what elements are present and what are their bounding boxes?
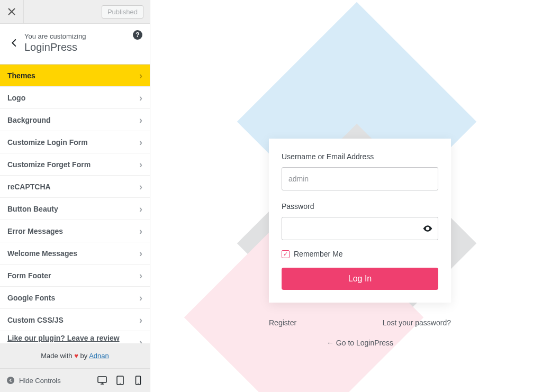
chevron-right-icon: › <box>139 115 142 125</box>
device-mobile-button[interactable] <box>133 375 143 386</box>
section-form-footer[interactable]: Form Footer › <box>0 265 150 287</box>
chevron-right-icon: › <box>139 338 142 344</box>
svg-point-6 <box>427 227 428 229</box>
device-tablet-button[interactable] <box>115 375 125 386</box>
section-welcome-messages[interactable]: Welcome Messages › <box>0 242 150 265</box>
section-label: Customize Login Form <box>7 138 88 147</box>
chevron-right-icon: › <box>139 293 142 303</box>
section-label: Like our plugin? Leave a review here! <box>7 334 139 344</box>
chevron-right-icon: › <box>139 138 142 147</box>
eye-icon <box>422 223 433 234</box>
chevron-right-icon: › <box>139 315 142 325</box>
svg-point-0 <box>7 377 14 384</box>
section-list: Themes › Logo › Background › Customize L… <box>0 65 150 343</box>
chevron-right-icon: › <box>139 204 142 214</box>
login-submit-button[interactable]: Log In <box>282 268 438 290</box>
back-button[interactable] <box>7 30 24 56</box>
customizer-sidebar: Published You are customizing LoginPress… <box>0 0 150 392</box>
panel-header: You are customizing LoginPress ? <box>0 24 150 65</box>
section-label: Welcome Messages <box>7 249 77 258</box>
svg-point-5 <box>138 383 139 384</box>
remember-me-label: Remember Me <box>294 250 343 258</box>
section-label: Form Footer <box>7 271 51 280</box>
remember-me-checkbox[interactable]: ✓ Remember Me <box>282 250 438 258</box>
panel-eyebrow: You are customizing <box>24 32 142 40</box>
desktop-icon <box>97 376 107 385</box>
section-label: Customize Forget Form <box>7 160 91 169</box>
section-label: Logo <box>7 94 25 102</box>
help-icon[interactable]: ? <box>133 30 142 40</box>
section-error-messages[interactable]: Error Messages › <box>0 220 150 242</box>
section-label: Background <box>7 116 51 124</box>
mobile-icon <box>135 376 141 385</box>
close-button[interactable] <box>0 0 24 24</box>
section-custom-css-js[interactable]: Custom CSS/JS › <box>0 309 150 331</box>
hide-controls-button[interactable]: Hide Controls <box>6 376 61 385</box>
login-links-row: Register Lost your password? <box>269 318 451 327</box>
section-customize-login-form[interactable]: Customize Login Form › <box>0 131 150 153</box>
panel-title: LoginPress <box>24 41 142 53</box>
chevron-right-icon: › <box>139 93 142 103</box>
username-input[interactable] <box>282 167 438 190</box>
section-label: Custom CSS/JS <box>7 316 64 324</box>
section-label: Button Beauty <box>7 205 58 213</box>
login-form-card: Username or Email Address Password ✓ Rem… <box>269 139 451 303</box>
section-label: Google Fonts <box>7 294 55 302</box>
section-button-beauty[interactable]: Button Beauty › <box>0 198 150 220</box>
chevron-right-icon: › <box>139 226 142 236</box>
close-icon <box>8 8 15 15</box>
password-label: Password <box>282 202 438 211</box>
goto-site-link[interactable]: ← Go to LoginPress <box>327 339 393 347</box>
checkbox-icon: ✓ <box>282 250 290 258</box>
publish-button[interactable]: Published <box>102 5 143 19</box>
device-desktop-button[interactable] <box>97 375 107 386</box>
chevron-right-icon: › <box>139 249 142 258</box>
section-label: Themes <box>7 71 35 80</box>
section-themes[interactable]: Themes › <box>0 65 150 87</box>
section-background[interactable]: Background › <box>0 109 150 131</box>
chevron-left-icon <box>10 38 19 48</box>
register-link[interactable]: Register <box>269 318 296 327</box>
lost-password-link[interactable]: Lost your password? <box>383 318 451 327</box>
tablet-icon <box>116 376 124 385</box>
svg-rect-1 <box>98 377 106 382</box>
section-logo[interactable]: Logo › <box>0 87 150 109</box>
heart-icon: ♥ <box>74 352 78 360</box>
preview-pane: Username or Email Address Password ✓ Rem… <box>150 0 542 392</box>
section-label: reCAPTCHA <box>7 183 51 191</box>
chevron-right-icon: › <box>139 182 142 192</box>
hide-controls-label: Hide Controls <box>19 377 61 385</box>
chevron-right-icon: › <box>139 271 142 280</box>
section-customize-forget-form[interactable]: Customize Forget Form › <box>0 153 150 176</box>
customizer-topbar: Published <box>0 0 150 24</box>
svg-point-3 <box>120 383 121 384</box>
username-label: Username or Email Address <box>282 152 438 161</box>
section-label: Error Messages <box>7 227 63 235</box>
section-recaptcha[interactable]: reCAPTCHA › <box>0 176 150 198</box>
toggle-password-visibility[interactable] <box>422 223 433 236</box>
section-google-fonts[interactable]: Google Fonts › <box>0 287 150 309</box>
password-input[interactable] <box>282 217 438 240</box>
author-link[interactable]: Adnan <box>89 352 109 360</box>
chevron-right-icon: › <box>139 160 142 169</box>
customizer-footer: Hide Controls <box>0 368 150 392</box>
collapse-left-icon <box>6 376 15 385</box>
chevron-right-icon: › <box>139 71 142 80</box>
made-with-credit: Made with ♥ by Adnan <box>0 343 150 368</box>
section-review-link[interactable]: Like our plugin? Leave a review here! › <box>0 331 150 343</box>
